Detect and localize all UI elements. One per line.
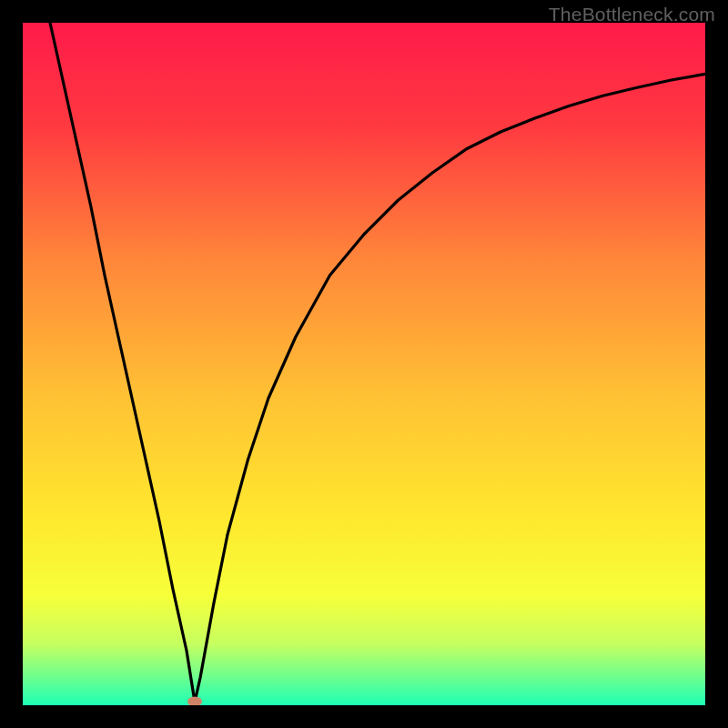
optimum-marker (187, 697, 202, 705)
chart-frame: TheBottleneck.com (0, 0, 728, 728)
bottleneck-curve (23, 23, 705, 705)
watermark-label: TheBottleneck.com (549, 4, 715, 25)
plot-area (23, 23, 705, 705)
